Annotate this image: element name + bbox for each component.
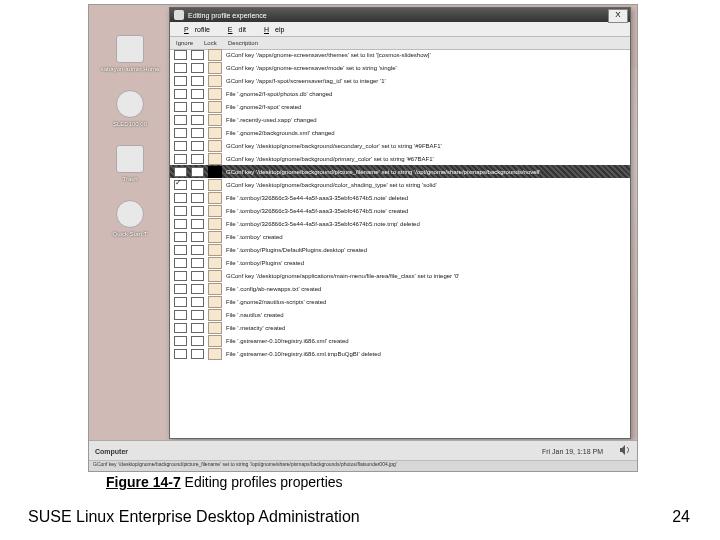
- desktop-icon-quickstart[interactable]: Quick Start T: [95, 200, 165, 237]
- lock-checkbox[interactable]: [191, 271, 204, 281]
- ignore-checkbox[interactable]: [174, 115, 187, 125]
- table-row[interactable]: File '.config/ab-newapps.txt' created: [170, 282, 630, 295]
- table-row[interactable]: File '.gnome2/backgrounds.xml' changed: [170, 126, 630, 139]
- ignore-checkbox[interactable]: [174, 258, 187, 268]
- header-description[interactable]: Description: [228, 40, 630, 46]
- volume-icon[interactable]: [619, 444, 631, 456]
- lock-checkbox[interactable]: [191, 206, 204, 216]
- lock-checkbox[interactable]: [191, 141, 204, 151]
- ignore-checkbox[interactable]: [174, 102, 187, 112]
- page-number: 24: [672, 508, 690, 526]
- folder-icon: [208, 283, 222, 295]
- close-button[interactable]: X: [608, 9, 628, 23]
- table-row[interactable]: GConf key '/desktop/gnome/background/pri…: [170, 152, 630, 165]
- header-lock[interactable]: Lock: [204, 40, 228, 46]
- lock-checkbox[interactable]: [191, 167, 204, 177]
- lock-checkbox[interactable]: [191, 219, 204, 229]
- row-description: File '.tomboy/326866c3-5e44-4a5f-aaa3-35…: [226, 208, 408, 214]
- table-row[interactable]: GConf key '/desktop/gnome/applications/m…: [170, 269, 630, 282]
- table-row[interactable]: File '.tomboy/326866c3-5e44-4a5f-aaa3-35…: [170, 217, 630, 230]
- ignore-checkbox[interactable]: [174, 323, 187, 333]
- ignore-checkbox[interactable]: [174, 141, 187, 151]
- ignore-checkbox[interactable]: [174, 180, 187, 190]
- lock-checkbox[interactable]: [191, 193, 204, 203]
- lock-checkbox[interactable]: [191, 63, 204, 73]
- table-row[interactable]: File '.metacity' created: [170, 321, 630, 334]
- lock-checkbox[interactable]: [191, 245, 204, 255]
- rows-container: GConf key '/apps/gnome-screensaver/theme…: [170, 48, 630, 438]
- table-row[interactable]: File '.gnome2/f-spot/photos.db' changed: [170, 87, 630, 100]
- table-row[interactable]: File '.tomboy/Plugins/DefaultPlugins.des…: [170, 243, 630, 256]
- taskbar-computer[interactable]: Computer: [95, 448, 128, 455]
- table-row[interactable]: File '.gnome2/f-spot' created: [170, 100, 630, 113]
- ignore-checkbox[interactable]: [174, 206, 187, 216]
- ignore-checkbox[interactable]: [174, 271, 187, 281]
- row-description: File '.gnome2/backgrounds.xml' changed: [226, 130, 335, 136]
- titlebar[interactable]: Editing profile experience X: [170, 8, 630, 22]
- ignore-checkbox[interactable]: [174, 349, 187, 359]
- table-row[interactable]: File '.tomboy' created: [170, 230, 630, 243]
- menu-edit[interactable]: Edit: [216, 26, 252, 33]
- row-description: File '.config/ab-newapps.txt' created: [226, 286, 321, 292]
- lock-checkbox[interactable]: [191, 50, 204, 60]
- row-description: GConf key '/desktop/gnome/background/pri…: [226, 156, 434, 162]
- ignore-checkbox[interactable]: [174, 297, 187, 307]
- lock-checkbox[interactable]: [191, 154, 204, 164]
- lock-checkbox[interactable]: [191, 232, 204, 242]
- ignore-checkbox[interactable]: [174, 76, 187, 86]
- table-row[interactable]: File '.tomboy/326866c3-5e44-4a5f-aaa3-35…: [170, 191, 630, 204]
- lock-checkbox[interactable]: [191, 115, 204, 125]
- ignore-checkbox[interactable]: [174, 167, 187, 177]
- table-row[interactable]: File '.gstreamer-0.10/registry.i686.xml'…: [170, 334, 630, 347]
- ignore-checkbox[interactable]: [174, 154, 187, 164]
- lock-checkbox[interactable]: [191, 323, 204, 333]
- header-ignore[interactable]: Ignore: [170, 40, 204, 46]
- folder-icon: [208, 153, 222, 165]
- folder-icon: [208, 322, 222, 334]
- table-row[interactable]: GConf key '/apps/gnome-screensaver/mode'…: [170, 61, 630, 74]
- row-description: GConf key '/desktop/gnome/background/col…: [226, 182, 437, 188]
- folder-icon: [208, 309, 222, 321]
- table-row[interactable]: GConf key '/apps/f-spot/screensaver/tag_…: [170, 74, 630, 87]
- folder-icon: [208, 218, 222, 230]
- desktop-icon-home[interactable]: sabayon-admin Home: [95, 35, 165, 72]
- row-description: GConf key '/apps/f-spot/screensaver/tag_…: [226, 78, 386, 84]
- ignore-checkbox[interactable]: [174, 219, 187, 229]
- ignore-checkbox[interactable]: [174, 232, 187, 242]
- lock-checkbox[interactable]: [191, 349, 204, 359]
- table-row[interactable]: File '.tomboy/Plugins' created: [170, 256, 630, 269]
- lock-checkbox[interactable]: [191, 336, 204, 346]
- ignore-checkbox[interactable]: [174, 89, 187, 99]
- desktop-icon-disc[interactable]: SLED100.06: [95, 90, 165, 127]
- ignore-checkbox[interactable]: [174, 63, 187, 73]
- lock-checkbox[interactable]: [191, 258, 204, 268]
- table-row[interactable]: File '.recently-used.xapp' changed: [170, 113, 630, 126]
- table-row[interactable]: GConf key '/desktop/gnome/background/col…: [170, 178, 630, 191]
- table-row[interactable]: GConf key '/apps/gnome-screensaver/theme…: [170, 48, 630, 61]
- menu-help[interactable]: Help: [252, 26, 290, 33]
- ignore-checkbox[interactable]: [174, 284, 187, 294]
- ignore-checkbox[interactable]: [174, 50, 187, 60]
- menu-profile[interactable]: Profile: [172, 26, 216, 33]
- lock-checkbox[interactable]: [191, 76, 204, 86]
- figure-title: Editing profiles properties: [185, 474, 343, 490]
- ignore-checkbox[interactable]: [174, 128, 187, 138]
- desktop-icon-trash[interactable]: Trash: [95, 145, 165, 182]
- table-row[interactable]: File '.nautilus' created: [170, 308, 630, 321]
- table-row[interactable]: File '.gstreamer-0.10/registry.i686.xml.…: [170, 347, 630, 360]
- table-row[interactable]: GConf key '/desktop/gnome/background/sec…: [170, 139, 630, 152]
- ignore-checkbox[interactable]: [174, 310, 187, 320]
- lock-checkbox[interactable]: [191, 102, 204, 112]
- lock-checkbox[interactable]: [191, 284, 204, 294]
- lock-checkbox[interactable]: [191, 310, 204, 320]
- lock-checkbox[interactable]: [191, 128, 204, 138]
- table-row[interactable]: File '.tomboy/326866c3-5e44-4a5f-aaa3-35…: [170, 204, 630, 217]
- table-row[interactable]: File '.gnome2/nautilus-scripts' created: [170, 295, 630, 308]
- ignore-checkbox[interactable]: [174, 245, 187, 255]
- lock-checkbox[interactable]: [191, 297, 204, 307]
- lock-checkbox[interactable]: [191, 89, 204, 99]
- ignore-checkbox[interactable]: [174, 193, 187, 203]
- ignore-checkbox[interactable]: [174, 336, 187, 346]
- table-row[interactable]: GConf key '/desktop/gnome/background/pic…: [170, 165, 630, 178]
- lock-checkbox[interactable]: [191, 180, 204, 190]
